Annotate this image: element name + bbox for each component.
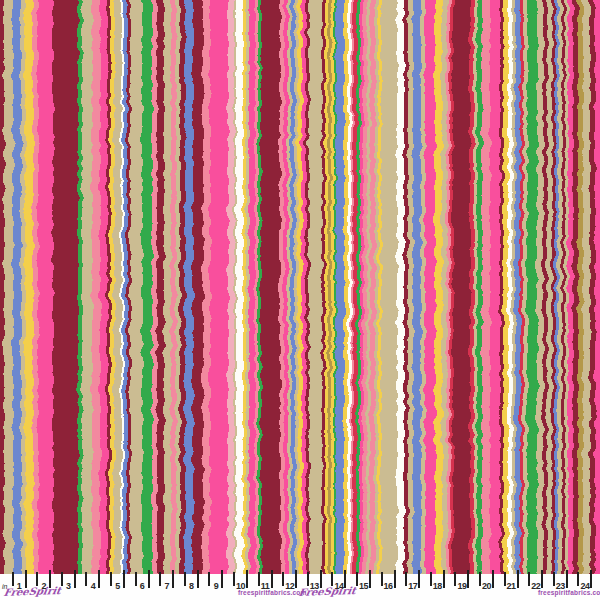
stripe-salmon — [482, 0, 490, 575]
ruler-number: 3 — [66, 581, 71, 591]
ruler-tick — [172, 570, 174, 588]
ruler-tick — [492, 570, 494, 588]
ruler-number: 17 — [408, 581, 417, 591]
ruler-tick — [479, 572, 481, 586]
ruler-tick — [12, 572, 14, 586]
ruler-tick — [443, 570, 445, 588]
stripe-hotpink — [210, 0, 228, 575]
ruler-tick — [307, 572, 309, 586]
freespirit-logo: FreeSpirit — [298, 585, 357, 598]
stripe-maroon — [261, 0, 280, 575]
stripe-green — [527, 0, 537, 575]
ruler-number: 10 — [236, 581, 245, 591]
ruler-number: 5 — [115, 581, 120, 591]
ruler-tick — [418, 570, 420, 588]
freespirit-logo: FreeSpirit — [3, 585, 62, 598]
stripe-blue — [13, 0, 21, 575]
ruler-tick — [553, 572, 555, 586]
stripe-maroon — [453, 0, 470, 575]
ruler-tick — [246, 570, 248, 588]
ruler-tick — [394, 570, 396, 588]
ruler-tick — [282, 572, 284, 586]
ruler-number: 13 — [310, 581, 319, 591]
ruler-tick — [74, 570, 76, 588]
ruler-number: 8 — [189, 581, 194, 591]
stripe-blue — [336, 0, 344, 575]
ruler-tick — [123, 570, 125, 588]
ruler-tick — [110, 572, 112, 586]
stripe-maroon — [157, 0, 164, 575]
ruler-tick — [467, 570, 469, 588]
ruler-number: 1 — [17, 581, 22, 591]
stripe-tan — [583, 0, 590, 575]
ruler-tick — [590, 570, 592, 588]
ruler-tick — [98, 570, 100, 588]
ruler-number: 12 — [285, 581, 294, 591]
stripe-blue — [413, 0, 421, 575]
stripe-blue — [185, 0, 193, 575]
ruler-tick — [430, 572, 432, 586]
fabric-swatch: in FreeSpirit freespiritfabrics.com Free… — [0, 0, 600, 600]
ruler-tick — [356, 572, 358, 586]
ruler-number: 9 — [214, 581, 219, 591]
stripe-hotpink — [595, 0, 600, 575]
ruler-tick — [454, 572, 456, 586]
stripe-tan — [164, 0, 171, 575]
stripe-green — [142, 0, 152, 575]
ruler-number: 23 — [556, 581, 565, 591]
ruler-tick — [295, 570, 297, 588]
ruler-number: 18 — [433, 581, 442, 591]
stripe-white — [397, 0, 404, 575]
ruler-tick — [344, 570, 346, 588]
stripe-tan — [82, 0, 92, 575]
ruler-number: 14 — [334, 581, 343, 591]
ruler-tick — [331, 572, 333, 586]
stripe-pattern — [0, 0, 600, 575]
stripe-maroon — [193, 0, 203, 575]
website-text: freespiritfabrics.com — [538, 589, 600, 596]
stripe-white — [236, 0, 243, 575]
ruler-tick — [197, 570, 199, 588]
ruler-number: 4 — [91, 581, 96, 591]
stripe-hotpink — [425, 0, 435, 575]
ruler-tick — [504, 572, 506, 586]
ruler-number: 11 — [261, 581, 270, 591]
ruler-number: 19 — [457, 581, 466, 591]
stripe-tan — [381, 0, 397, 575]
ruler-number: 6 — [140, 581, 145, 591]
ruler-tick — [577, 572, 579, 586]
stripe-salmon — [92, 0, 100, 575]
ruler-tick — [25, 570, 27, 588]
ruler-tick — [49, 570, 51, 588]
ruler-tick — [381, 572, 383, 586]
stripe-hotpink — [38, 0, 53, 575]
ruler-tick — [221, 570, 223, 588]
ruler-tick — [85, 572, 87, 586]
ruler-tick — [159, 572, 161, 586]
stripe-tan — [114, 0, 121, 575]
ruler-tick — [528, 572, 530, 586]
ruler-tick — [320, 570, 322, 588]
ruler-tick — [135, 572, 137, 586]
stripe-salmon — [203, 0, 210, 575]
striped-fabric-area — [0, 0, 600, 575]
ruler-number: 20 — [482, 581, 491, 591]
ruler-tick — [369, 570, 371, 588]
ruler-number: 24 — [580, 581, 589, 591]
selvage-ruler: in FreeSpirit freespiritfabrics.com Free… — [0, 574, 600, 600]
ruler-number: 2 — [41, 581, 46, 591]
stripe-maroon — [53, 0, 78, 575]
ruler-tick — [541, 570, 543, 588]
ruler-tick — [271, 570, 273, 588]
ruler-tick — [258, 572, 260, 586]
ruler-tick — [233, 572, 235, 586]
stripe-yellow — [25, 0, 33, 575]
stripe-hotpink — [100, 0, 107, 575]
stripe-yellow — [435, 0, 442, 575]
ruler-number: 21 — [507, 581, 516, 591]
ruler-tick — [184, 572, 186, 586]
website-text: freespiritfabrics.com — [238, 589, 307, 596]
stripe-tan — [309, 0, 322, 575]
ruler-tick — [566, 570, 568, 588]
ruler-number: 22 — [531, 581, 540, 591]
